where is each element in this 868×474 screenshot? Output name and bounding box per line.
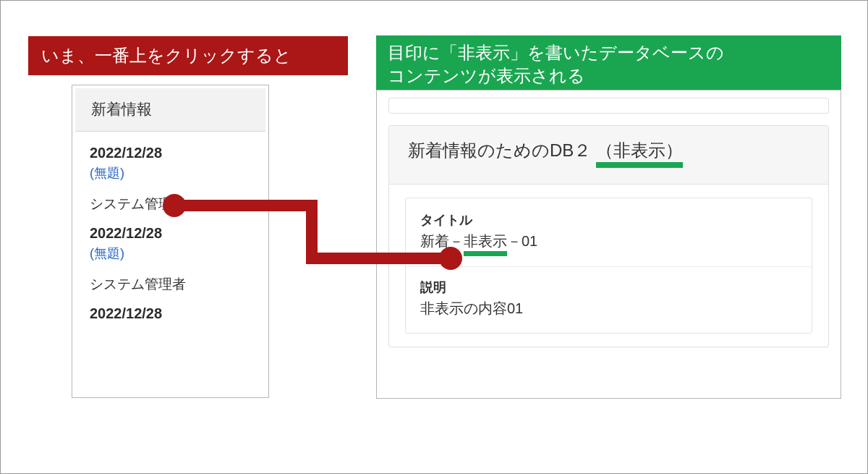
green-banner-line2: コンテンツが表示される <box>388 64 834 88</box>
red-banner-text: いま、一番上をクリックすると <box>41 44 292 67</box>
red-banner: いま、一番上をクリックすると <box>28 36 348 75</box>
field-divider <box>406 266 812 267</box>
news-list-panel: 新着情報 2022/12/28 (無題) システム管理者 2022/12/28 … <box>72 85 269 398</box>
db-detail-panel: 新着情報のためのDB２ （非表示） タイトル 新着－非表示－01 説明 非表示の… <box>376 90 841 399</box>
list-date: 2022/12/28 <box>90 305 251 322</box>
news-list-body: 2022/12/28 (無題) システム管理者 2022/12/28 (無題) … <box>72 132 268 322</box>
green-banner-line1: 目印に「非表示」を書いたデータベースの <box>388 41 834 64</box>
news-list-header: 新着情報 <box>75 88 265 132</box>
list-title-link[interactable]: (無題) <box>90 164 251 182</box>
db-header: 新着情報のためのDB２ （非表示） <box>389 126 828 185</box>
list-item[interactable]: 2022/12/28 <box>90 305 251 322</box>
field-label-title: タイトル <box>420 211 797 229</box>
green-banner: 目印に「非表示」を書いたデータベースの コンテンツが表示される <box>376 35 841 90</box>
field-value-title: 新着－非表示－01 <box>420 232 797 256</box>
field-value-highlight: 非表示 <box>464 232 507 256</box>
db-header-highlight: （非表示） <box>596 139 683 168</box>
list-date: 2022/12/28 <box>90 145 251 161</box>
field-label-desc: 説明 <box>420 279 797 296</box>
list-item[interactable]: 2022/12/28 (無題) <box>90 225 251 262</box>
list-date: 2022/12/28 <box>90 225 251 242</box>
db-content-box: タイトル 新着－非表示－01 説明 非表示の内容01 <box>405 198 812 334</box>
db-block: 新着情報のためのDB２ （非表示） タイトル 新着－非表示－01 説明 非表示の… <box>388 125 829 347</box>
list-title-link[interactable]: (無題) <box>90 245 251 262</box>
list-author: システム管理者 <box>90 275 251 294</box>
panel-spacer <box>388 98 829 114</box>
list-author: システム管理者 <box>90 195 251 213</box>
list-item[interactable]: 2022/12/28 (無題) <box>90 145 251 182</box>
field-value-desc: 非表示の内容01 <box>420 299 797 318</box>
db-header-prefix: 新着情報のためのDB２ <box>408 140 596 160</box>
